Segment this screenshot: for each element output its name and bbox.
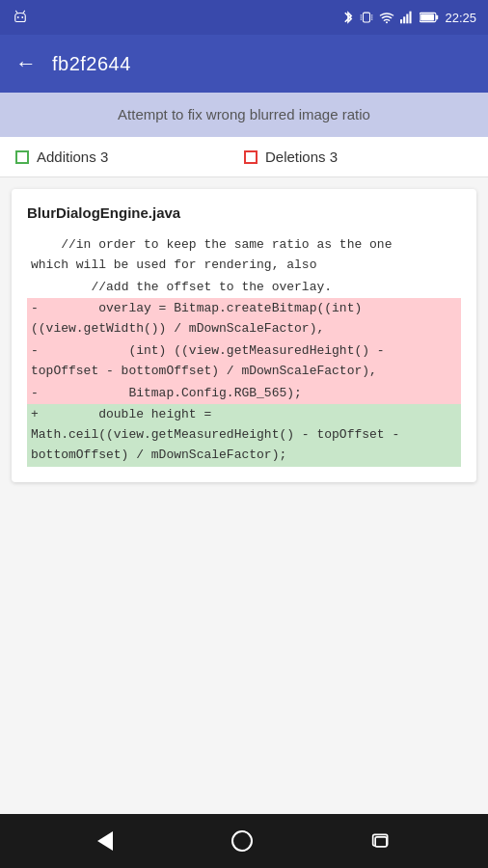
svg-rect-15 bbox=[410, 12, 412, 24]
back-nav-button[interactable] bbox=[97, 831, 113, 851]
bottom-nav bbox=[0, 814, 488, 868]
wifi-icon bbox=[379, 11, 394, 24]
svg-line-3 bbox=[23, 11, 25, 13]
code-line: - (int) ((view.getMeasuredHeight() - top… bbox=[27, 340, 461, 383]
app-bar-title: fb2f2644 bbox=[52, 53, 131, 75]
svg-rect-13 bbox=[404, 16, 406, 23]
deletions-stat: Deletions 3 bbox=[244, 149, 473, 165]
deletions-icon bbox=[244, 150, 258, 164]
svg-rect-12 bbox=[400, 19, 402, 23]
file-name: BlurDialogEngine.java bbox=[27, 204, 461, 221]
code-line: //in order to keep the same ratio as the… bbox=[27, 234, 461, 277]
svg-rect-18 bbox=[421, 14, 435, 21]
code-card: BlurDialogEngine.java //in order to keep… bbox=[12, 189, 476, 482]
android-icon bbox=[12, 9, 29, 26]
svg-point-0 bbox=[17, 16, 19, 18]
time-display: 22:25 bbox=[445, 11, 476, 25]
code-line: - Bitmap.Config.RGB_565); bbox=[27, 383, 461, 405]
recents-nav-button[interactable] bbox=[371, 832, 391, 850]
svg-line-2 bbox=[16, 11, 18, 13]
additions-icon bbox=[15, 150, 29, 164]
bluetooth-icon bbox=[342, 10, 354, 25]
battery-icon bbox=[420, 12, 439, 23]
app-bar: ← fb2f2644 bbox=[0, 35, 488, 93]
subtitle-bar: Attempt to fix wrong blurred image ratio bbox=[0, 93, 488, 137]
svg-rect-4 bbox=[364, 13, 370, 22]
svg-rect-14 bbox=[407, 14, 409, 24]
stats-row: Additions 3 Deletions 3 bbox=[0, 137, 488, 177]
signal-icon bbox=[400, 11, 414, 24]
code-line: + double height = Math.ceil((view.getMea… bbox=[27, 404, 461, 466]
back-button[interactable]: ← bbox=[15, 51, 37, 76]
code-block: //in order to keep the same ratio as the… bbox=[27, 234, 461, 467]
code-line: - overlay = Bitmap.createBitmap((int) ((… bbox=[27, 298, 461, 340]
svg-point-11 bbox=[386, 21, 388, 23]
svg-rect-20 bbox=[375, 837, 387, 847]
deletions-label: Deletions 3 bbox=[265, 149, 338, 165]
vibrate-icon bbox=[360, 10, 373, 25]
subtitle-text: Attempt to fix wrong blurred image ratio bbox=[118, 106, 370, 122]
status-bar-right: 22:25 bbox=[342, 10, 476, 25]
status-bar: 22:25 bbox=[0, 0, 488, 35]
svg-rect-17 bbox=[436, 15, 438, 20]
home-nav-button[interactable] bbox=[231, 830, 253, 852]
additions-stat: Additions 3 bbox=[15, 149, 244, 165]
svg-point-1 bbox=[21, 16, 23, 18]
code-line: //add the offset to the overlay. bbox=[27, 277, 461, 299]
additions-label: Additions 3 bbox=[37, 149, 108, 165]
status-bar-left bbox=[12, 9, 29, 26]
